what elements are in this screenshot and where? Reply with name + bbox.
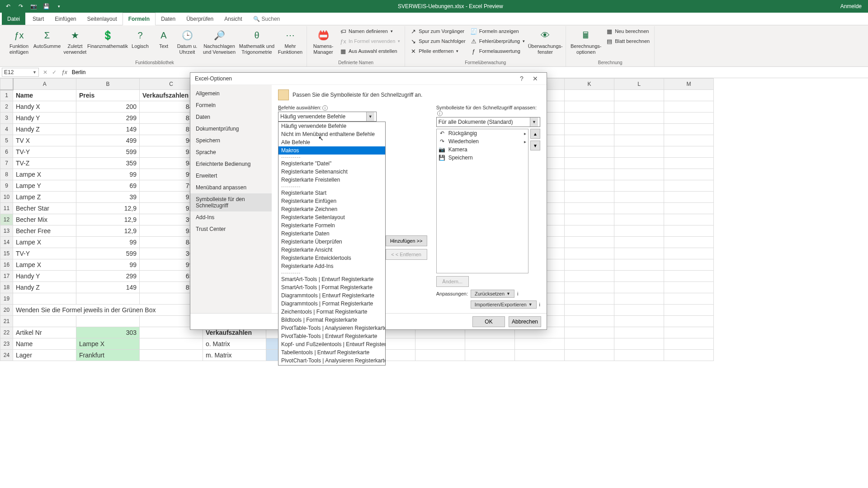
cell[interactable] (76, 316, 140, 327)
cell[interactable] (565, 271, 614, 282)
dropdown-item[interactable]: Registerkarte Daten (278, 230, 385, 238)
evaluate-formula-button[interactable]: ƒFormelauswertung (468, 46, 527, 56)
row-header[interactable]: 6 (0, 146, 13, 158)
cell[interactable]: Artikel Nr (13, 327, 76, 338)
cell[interactable] (614, 282, 664, 293)
insert-function-button[interactable]: ƒxFunktion einfügen (5, 26, 33, 59)
col-header[interactable]: B (76, 79, 140, 90)
define-name-button[interactable]: 🏷Namen definieren▾ (338, 26, 402, 36)
cell[interactable] (614, 192, 664, 203)
cell[interactable]: Lampe X (13, 237, 76, 248)
remove-arrows-button[interactable]: ✕Pfeile entfernen▾ (408, 46, 467, 56)
cell[interactable]: Handy Y (13, 113, 76, 124)
cell[interactable] (664, 203, 714, 214)
tab-review[interactable]: Überprüfen (181, 13, 219, 25)
cell[interactable]: Handy Y (13, 271, 76, 282)
options-nav-item[interactable]: Symbolleiste für den Schnellzugriff (190, 193, 272, 211)
dropdown-item[interactable]: Bildtools | Format Registerkarte (278, 316, 385, 324)
info-icon[interactable]: i (322, 105, 328, 111)
cell[interactable]: 99 (76, 259, 140, 271)
calculate-sheet-button[interactable]: ▤Blatt berechnen (604, 36, 651, 46)
cell[interactable]: TV-Y (13, 248, 76, 259)
dropdown-item[interactable]: Registerkarte Einfügen (278, 197, 385, 205)
cell[interactable] (565, 338, 614, 350)
recent-button[interactable]: ★Zuletzt verwendet (61, 26, 89, 59)
cell[interactable]: Handy Z (13, 282, 76, 293)
cell[interactable] (565, 203, 614, 214)
dropdown-item[interactable]: Makros (278, 146, 385, 155)
dropdown-item[interactable]: Registerkarte Seitenansicht (278, 168, 385, 176)
cell[interactable]: 303 (76, 327, 140, 338)
row-header[interactable]: 12 (0, 214, 13, 225)
cell[interactable] (565, 124, 614, 135)
trace-dependents-button[interactable]: ↘Spur zum Nachfolger (408, 36, 467, 46)
dropdown-item[interactable]: Registerkarte Seitenlayout (278, 213, 385, 221)
cell[interactable] (565, 135, 614, 146)
row-header[interactable]: 5 (0, 135, 13, 146)
calculate-now-button[interactable]: ▦Neu berechnen (604, 26, 651, 36)
qat-current-list[interactable]: ↶Rückgängig▸↷Wiederholen▸📷Kamera💾Speiche… (436, 129, 528, 273)
cell[interactable]: Frankfurt (76, 350, 140, 361)
cell[interactable] (614, 305, 664, 316)
dropdown-item[interactable]: Alle Befehle (278, 138, 385, 146)
cell[interactable] (664, 305, 714, 316)
cell[interactable] (565, 248, 614, 259)
dropdown-item[interactable]: Registerkarte Zeichnen (278, 205, 385, 213)
cell[interactable]: 359 (76, 158, 140, 169)
qat-scope-combo[interactable]: Für alle Dokumente (Standard) ▼ (436, 117, 540, 127)
cell[interactable] (565, 192, 614, 203)
cell[interactable] (664, 237, 714, 248)
cell[interactable]: 299 (76, 113, 140, 124)
cell[interactable]: m. Matrix (203, 350, 266, 361)
cell[interactable] (614, 259, 664, 271)
cell[interactable]: TV-Y (13, 146, 76, 158)
cell[interactable] (565, 237, 614, 248)
cell[interactable] (664, 158, 714, 169)
commands-dropdown-list[interactable]: Häufig verwendete BefehleNicht im Menüba… (278, 122, 386, 366)
cell[interactable]: 299 (76, 271, 140, 282)
cell[interactable]: Becher Mix (13, 214, 76, 225)
logical-button[interactable]: ?Logisch (127, 26, 154, 59)
trace-precedents-button[interactable]: ↗Spur zum Vorgänger (408, 26, 467, 36)
dropdown-item[interactable]: Kopf- und Fußzeilentools | Entwurf Regis… (278, 340, 385, 348)
row-header[interactable]: 15 (0, 248, 13, 259)
cell[interactable] (614, 180, 664, 192)
remove-button[interactable]: < < Entfernen (386, 249, 427, 260)
options-nav-item[interactable]: Allgemein (190, 88, 272, 99)
cell[interactable] (565, 158, 614, 169)
cell[interactable]: Lampe X (13, 169, 76, 180)
options-nav-item[interactable]: Daten (190, 111, 272, 123)
dropdown-item[interactable]: SmartArt-Tools | Entwurf Registerkarte (278, 275, 385, 283)
tab-view[interactable]: Ansicht (219, 13, 247, 25)
options-nav-item[interactable]: Trust Center (190, 223, 272, 235)
dropdown-item[interactable]: Registerkarte Ansicht (278, 246, 385, 254)
chevron-down-icon[interactable]: ▼ (530, 117, 538, 127)
cell[interactable] (664, 350, 714, 361)
financial-button[interactable]: 💲Finanzmathematik (90, 26, 126, 59)
dropdown-item[interactable]: Zeichentools | Format Registerkarte (278, 308, 385, 316)
cell[interactable] (565, 282, 614, 293)
use-in-formula-button[interactable]: ƒxIn Formel verwenden▾ (338, 36, 402, 46)
cell[interactable]: 12,9 (76, 203, 140, 214)
tab-formulas[interactable]: Formeln (123, 13, 156, 25)
cell[interactable] (614, 271, 664, 282)
enter-formula-icon[interactable]: ✓ (50, 69, 59, 75)
cell[interactable] (664, 124, 714, 135)
autosum-button[interactable]: ΣAutoSumme (33, 26, 61, 59)
cell[interactable] (565, 169, 614, 180)
close-icon[interactable]: ✕ (528, 75, 542, 82)
cell[interactable] (664, 293, 714, 305)
cell[interactable]: 99 (76, 237, 140, 248)
options-nav-item[interactable]: Sprache (190, 146, 272, 158)
cell[interactable]: 99 (76, 169, 140, 180)
row-header[interactable]: 1 (0, 90, 13, 101)
cell[interactable]: Lampe X (76, 338, 140, 350)
cell[interactable]: 599 (76, 248, 140, 259)
dropdown-item[interactable]: Diagrammtools | Format Registerkarte (278, 300, 385, 308)
cell[interactable] (13, 293, 76, 305)
watch-window-button[interactable]: 👁Überwachungs-fenster (528, 26, 563, 59)
cell[interactable] (664, 338, 714, 350)
cell[interactable] (664, 169, 714, 180)
options-nav-item[interactable]: Erweitert (190, 170, 272, 182)
help-icon[interactable]: ? (515, 75, 528, 82)
